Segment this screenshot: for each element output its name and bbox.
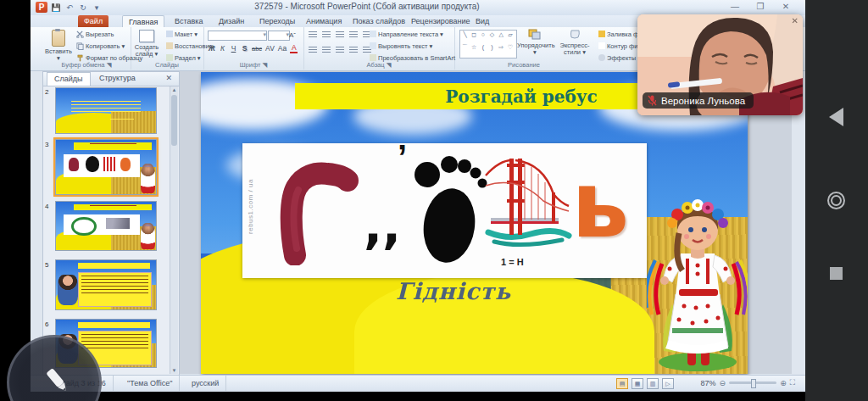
language-indicator[interactable]: русский [185, 376, 226, 391]
paste-button[interactable]: Вставить ▾ [44, 29, 73, 61]
slide-thumbnail-4[interactable] [55, 201, 157, 251]
drawing-group-label: Рисование [454, 61, 593, 69]
shape-outline-button[interactable]: Контур фи... [598, 42, 643, 50]
window-controls: — ❐ ✕ [727, 2, 793, 13]
change-case-button[interactable]: Aa [278, 44, 287, 53]
slide-thumbnail-2[interactable] [55, 87, 157, 134]
quick-styles-button[interactable]: Экспресс-стили ▾ [554, 29, 595, 61]
android-navigation-bar [805, 0, 868, 401]
clipboard-group-label: Буфер обмена ◥ [42, 61, 131, 69]
tab-review[interactable]: Рецензирование [405, 15, 476, 27]
maximize-button[interactable]: ❐ [753, 2, 768, 13]
new-slide-button[interactable]: Создать слайд ▾ [131, 29, 162, 61]
zoom-in-icon[interactable]: ⊕ [780, 379, 787, 387]
participant-name: Вероника Луньова [661, 96, 745, 106]
tab-file[interactable]: Файл [78, 15, 108, 27]
italic-button[interactable]: К [219, 44, 226, 53]
font-size-select[interactable]: ▾ [268, 31, 290, 41]
rebus-image[interactable]: rebus1.com / ua ,, [242, 143, 647, 278]
tab-slideshow[interactable]: Показ слайдов [347, 15, 411, 27]
increase-indent-icon[interactable] [349, 31, 358, 38]
scroll-up-icon[interactable]: ▲ [170, 87, 178, 92]
tab-design[interactable]: Дизайн [213, 15, 250, 27]
text-direction-button[interactable]: Направление текста ▾ [370, 30, 443, 38]
shapes-gallery[interactable]: ╲◻○ ◇△▱ ⌒☆( )⇨♡ [459, 30, 517, 58]
layout-icon [166, 31, 173, 37]
thumb-number: 3 [45, 141, 48, 148]
numbering-icon[interactable] [322, 31, 331, 38]
tab-insert[interactable]: Вставка [169, 15, 209, 27]
normal-view-button[interactable]: ▤ [616, 378, 628, 389]
slides-panel: Слайды Структура ✕ 2 3 [42, 71, 180, 376]
android-back-icon[interactable] [829, 108, 843, 126]
phone-screen: P 💾 ↶ ↻ ▾ 372579 - Microsoft PowerPoint … [0, 0, 868, 401]
justify-icon[interactable] [349, 47, 358, 53]
android-home-icon[interactable] [827, 192, 845, 209]
strikethrough-button[interactable]: abc [252, 45, 262, 53]
arrange-button[interactable]: Упорядочить ▾ [517, 29, 553, 61]
align-right-icon[interactable] [336, 47, 344, 53]
decrease-indent-icon[interactable] [336, 31, 344, 38]
thumb-number: 5 [45, 261, 48, 269]
slides-group-label: Слайды [131, 61, 203, 69]
scissors-icon [76, 31, 84, 38]
fit-to-window-icon[interactable]: ⛶ [790, 378, 795, 387]
android-recents-icon[interactable] [830, 267, 843, 280]
bullets-icon[interactable] [309, 31, 317, 38]
minimize-button[interactable]: — [727, 2, 743, 13]
clipboard-group: Вставить ▾ Вырезать Копировать ▾ Формат … [42, 27, 131, 70]
rebus-apostrophe: ’ [398, 140, 407, 174]
reading-view-button[interactable]: ▥ [647, 378, 659, 389]
tab-home[interactable]: Главная [122, 15, 164, 28]
shape-outline-icon [598, 42, 605, 49]
participant-name-tag: Вероника Луньова [643, 92, 754, 109]
rebus-answer: Гідність [396, 278, 511, 304]
slide-title: Розгадай ребус [445, 86, 597, 107]
paragraph-group: Направление текста ▾ Выровнять текст ▾ П… [303, 27, 455, 70]
sidebar-scrollbar[interactable]: ▲ ▼ [170, 86, 178, 374]
new-slide-icon [139, 30, 154, 42]
copy-button[interactable]: Копировать ▾ [76, 42, 125, 50]
underline-button[interactable]: Ч [230, 44, 237, 53]
font-group-label: Шрифт ◥ [203, 61, 303, 69]
rebus-letter-soft-sign: ь [571, 150, 629, 260]
tab-view[interactable]: Вид [470, 15, 495, 27]
rebus-bridge-icon [484, 152, 573, 253]
paste-clipboard-icon [52, 30, 65, 47]
font-color-button[interactable]: A [290, 43, 298, 53]
slide-sorter-button[interactable]: ▦ [632, 378, 643, 389]
slide-thumbnail-3-selected[interactable] [55, 139, 157, 195]
align-center-icon[interactable] [322, 47, 331, 53]
slideshow-button[interactable]: ▷ [662, 378, 674, 389]
bold-button[interactable]: Ж [208, 44, 215, 53]
layout-button[interactable]: Макет ▾ [166, 30, 198, 38]
paragraph-group-label: Абзац ◥ [303, 61, 454, 69]
close-panel-button[interactable]: ✕ [159, 72, 179, 85]
align-left-icon[interactable] [309, 47, 317, 53]
zoom-slider[interactable] [729, 382, 776, 384]
cut-button[interactable]: Вырезать [76, 30, 114, 38]
tab-transitions[interactable]: Переходы [253, 15, 301, 27]
tab-slides[interactable]: Слайды [47, 72, 91, 86]
tab-outline[interactable]: Структура [92, 72, 142, 85]
section-icon [166, 54, 173, 61]
webcam-overlay[interactable]: ✕ Вероника Луньова [637, 14, 803, 115]
align-text-button[interactable]: Выровнять текст ▾ [370, 42, 432, 50]
zoom-out-icon[interactable]: ⊖ [720, 379, 726, 387]
char-spacing-button[interactable]: AV [265, 44, 275, 53]
tab-animation[interactable]: Анимация [300, 15, 348, 27]
text-shadow-button[interactable]: S [241, 44, 248, 53]
grow-font-button[interactable]: Aˆ [289, 31, 296, 39]
slide-canvas[interactable]: Розгадай ребус rebus1.com / ua ,, [201, 72, 748, 374]
scroll-down-icon[interactable]: ▼ [170, 368, 178, 373]
slide-edit-area: Розгадай ребус rebus1.com / ua ,, [180, 71, 792, 374]
slide-thumbnail-5[interactable] [55, 259, 157, 310]
font-name-select[interactable]: ▾ [208, 31, 267, 41]
thumb-number: 6 [45, 320, 48, 328]
theme-name: "Тема Office" [120, 376, 180, 391]
slides-panel-tabs: Слайды Структура ✕ [43, 72, 179, 86]
align-text-icon [370, 42, 376, 49]
close-button[interactable]: ✕ [778, 2, 793, 13]
font-group: ▾ ▾ Aˆ Ж К Ч S abc AV Aa A Шрифт ◥ [203, 27, 304, 70]
webcam-close-icon[interactable]: ✕ [792, 16, 798, 25]
